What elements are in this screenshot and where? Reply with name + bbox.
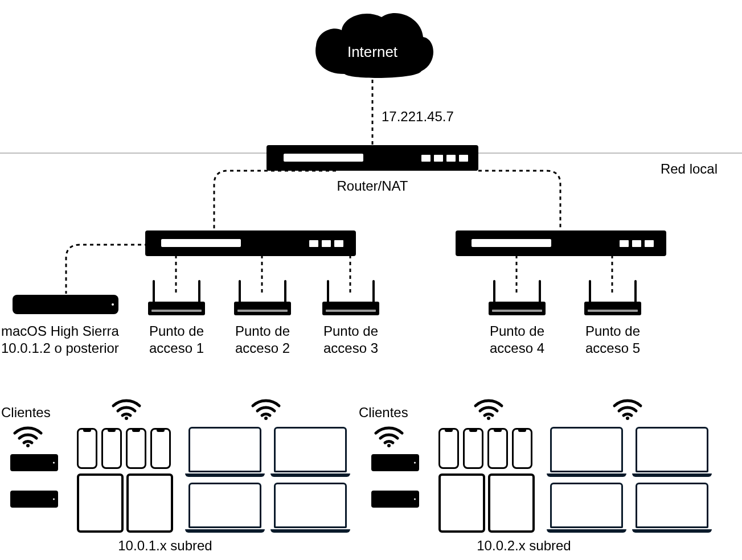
clients-label-2: Clientes bbox=[359, 404, 427, 421]
wifi-icon bbox=[374, 424, 404, 448]
phone-icon bbox=[150, 428, 171, 469]
wifi-icon bbox=[13, 424, 43, 448]
svg-point-10 bbox=[487, 417, 490, 420]
client-server-icon bbox=[371, 491, 419, 508]
client-server-icon bbox=[10, 454, 58, 471]
phone-icon bbox=[77, 428, 97, 469]
phone-icon bbox=[101, 428, 122, 469]
access-point-2-icon bbox=[234, 279, 291, 315]
switch-right-icon bbox=[456, 230, 666, 256]
router-label: Router/NAT bbox=[267, 178, 478, 195]
switch-left-icon bbox=[145, 230, 356, 256]
client-server-icon bbox=[371, 454, 419, 471]
router-device-icon bbox=[267, 145, 478, 171]
laptop-icon bbox=[632, 427, 712, 477]
svg-point-9 bbox=[26, 444, 30, 447]
tablet-icon bbox=[438, 473, 485, 533]
access-point-3-label: Punto de acceso 3 bbox=[311, 323, 391, 357]
svg-point-12 bbox=[387, 444, 391, 447]
wifi-icon bbox=[251, 397, 281, 421]
access-point-5-label: Punto de acceso 5 bbox=[573, 323, 653, 357]
access-point-5-icon bbox=[584, 279, 641, 315]
laptop-icon bbox=[270, 427, 350, 477]
mac-server-line2: 10.0.1.2 o posterior bbox=[1, 340, 119, 356]
laptop-icon bbox=[270, 483, 350, 533]
mac-server-label: macOS High Sierra 10.0.1.2 o posterior bbox=[0, 323, 129, 357]
access-point-1-icon bbox=[148, 279, 205, 315]
laptop-icon bbox=[632, 483, 712, 533]
access-point-2-label: Punto de acceso 2 bbox=[223, 323, 302, 357]
phone-icon bbox=[463, 428, 483, 469]
wan-ip-label: 17.221.45.7 bbox=[382, 108, 484, 125]
svg-point-11 bbox=[626, 417, 629, 420]
phone-icon bbox=[438, 428, 459, 469]
mac-server-line1: macOS High Sierra bbox=[1, 323, 119, 339]
access-point-1-label: Punto de acceso 1 bbox=[137, 323, 216, 357]
svg-point-8 bbox=[264, 417, 268, 420]
laptop-icon bbox=[185, 483, 265, 533]
lan-label: Red local bbox=[604, 160, 718, 178]
tablet-icon bbox=[77, 473, 124, 533]
phone-icon bbox=[487, 428, 508, 469]
tablet-icon bbox=[488, 473, 535, 533]
access-point-4-icon bbox=[489, 279, 546, 315]
tablet-icon bbox=[126, 473, 173, 533]
wifi-icon bbox=[111, 397, 142, 421]
subnet-1-label: 10.0.1.x subred bbox=[80, 537, 251, 554]
wifi-icon bbox=[612, 397, 643, 421]
svg-point-7 bbox=[125, 417, 128, 420]
client-server-icon bbox=[10, 491, 58, 508]
laptop-icon bbox=[547, 427, 626, 477]
subnet-2-label: 10.0.2.x subred bbox=[438, 537, 609, 554]
cloud-label: Internet bbox=[310, 43, 434, 61]
laptop-icon bbox=[185, 427, 265, 477]
phone-icon bbox=[126, 428, 146, 469]
clients-label-1: Clientes bbox=[0, 404, 69, 421]
access-point-3-icon bbox=[322, 279, 379, 315]
laptop-icon bbox=[547, 483, 626, 533]
phone-icon bbox=[512, 428, 532, 469]
mac-server-icon bbox=[13, 295, 118, 314]
access-point-4-label: Punto de acceso 4 bbox=[477, 323, 557, 357]
wifi-icon bbox=[473, 397, 504, 421]
